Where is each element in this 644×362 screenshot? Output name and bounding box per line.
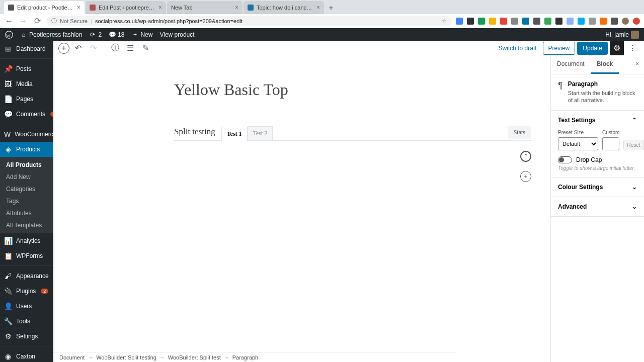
close-icon[interactable]: ×: [158, 4, 162, 11]
extension-icons: [456, 18, 640, 25]
breadcrumb-item[interactable]: WooBuilder: Split testing: [96, 354, 156, 360]
forward-button[interactable]: →: [18, 16, 28, 26]
tab-test-1[interactable]: Test 1: [221, 127, 248, 141]
ext-icon[interactable]: [600, 18, 607, 25]
settings-toggle-button[interactable]: ⚙: [610, 41, 624, 55]
brush-icon: 🖌: [4, 272, 12, 280]
browser-tab[interactable]: Edit Post ‹ pootlepress — Wo… ×: [86, 1, 166, 14]
redo-button[interactable]: ↷: [87, 42, 100, 55]
breadcrumb-item[interactable]: Document: [59, 354, 85, 360]
comments-link[interactable]: 💬18: [109, 31, 124, 38]
breadcrumb-item[interactable]: WooBuilder: Split test: [168, 354, 221, 360]
submenu-add-new[interactable]: Add New: [0, 171, 53, 183]
ext-icon[interactable]: [611, 18, 618, 25]
user-greeting[interactable]: Hi, jamie: [605, 31, 639, 39]
submenu-attributes[interactable]: Attributes: [0, 207, 53, 219]
new-tab-button[interactable]: +: [325, 2, 337, 14]
switch-to-draft-button[interactable]: Switch to draft: [495, 43, 541, 54]
submenu-tags[interactable]: Tags: [0, 195, 53, 207]
tab-document[interactable]: Document: [551, 55, 591, 74]
profile-avatar-icon[interactable]: [622, 18, 629, 25]
ext-icon[interactable]: [533, 18, 540, 25]
ext-icon[interactable]: [478, 18, 485, 25]
edit-button[interactable]: ✎: [139, 42, 152, 55]
ext-icon[interactable]: [555, 18, 562, 25]
ext-icon[interactable]: [522, 18, 529, 25]
ext-icon[interactable]: [589, 18, 596, 25]
user-avatar-icon: [631, 31, 639, 39]
post-title[interactable]: Yellow Basic Top: [174, 80, 550, 99]
submenu-all-templates[interactable]: All Templates: [0, 219, 53, 231]
menu-products[interactable]: ◈Products: [0, 142, 53, 157]
browser-tab[interactable]: Topic: how do i cancel a file u… ×: [244, 1, 324, 14]
drop-cap-toggle[interactable]: [558, 156, 572, 163]
outline-button[interactable]: ☰: [124, 42, 137, 55]
ext-icon[interactable]: [500, 18, 507, 25]
preview-button[interactable]: Preview: [543, 42, 576, 55]
menu-settings[interactable]: ⚙Settings: [0, 329, 53, 344]
breadcrumb-item[interactable]: Paragraph: [232, 354, 258, 360]
menu-dashboard[interactable]: ⊞Dashboard: [0, 41, 53, 56]
favicon-icon: [8, 5, 14, 11]
wp-logo-icon[interactable]: [5, 31, 13, 39]
ext-icon[interactable]: [544, 18, 551, 25]
more-options-button[interactable]: ⋮: [626, 42, 639, 55]
submenu-all-products[interactable]: All Products: [0, 159, 53, 171]
ext-icon[interactable]: [511, 18, 518, 25]
paragraph-icon: ¶: [558, 80, 563, 104]
wp-admin-bar: ⌂Pootlepress fashion ⟳2 💬18 +New View pr…: [0, 28, 644, 41]
editor-canvas[interactable]: Yellow Basic Top Split testing Test 1 Te…: [53, 55, 550, 362]
menu-appearance[interactable]: 🖌Appearance: [0, 268, 53, 284]
menu-caxton[interactable]: ◉Caxton: [0, 349, 53, 362]
menu-woocommerce[interactable]: WWooCommerce: [0, 127, 53, 142]
woo-icon: W: [4, 130, 11, 138]
ext-icon[interactable]: [578, 18, 585, 25]
reload-button[interactable]: ⟳: [32, 16, 42, 26]
address-bar[interactable]: ⓘ Not Secure | socialpress.co.uk/wp-admi…: [46, 16, 452, 26]
add-block-inline-button[interactable]: +: [520, 171, 531, 182]
close-icon[interactable]: ×: [235, 4, 238, 11]
users-icon: 👤: [4, 302, 12, 310]
menu-wpforms[interactable]: 📋WPForms: [0, 248, 53, 263]
preset-size-select[interactable]: Default: [558, 137, 598, 150]
info-button[interactable]: ⓘ: [109, 42, 122, 55]
undo-button[interactable]: ↶: [71, 42, 85, 55]
tab-test-2[interactable]: Test 2: [248, 126, 273, 140]
new-content-link[interactable]: +New: [131, 31, 152, 38]
view-product-link[interactable]: View product: [159, 31, 194, 38]
advanced-toggle[interactable]: Advanced ⌄: [551, 197, 644, 216]
menu-tools[interactable]: 🔧Tools: [0, 314, 53, 329]
menu-comments[interactable]: 💬Comments18: [0, 107, 53, 122]
custom-size-input[interactable]: [602, 137, 619, 150]
close-panel-button[interactable]: ×: [630, 55, 644, 74]
ext-icon[interactable]: [489, 18, 496, 25]
menu-users[interactable]: 👤Users: [0, 299, 53, 314]
block-options-button[interactable]: ⌃: [520, 151, 531, 162]
menu-plugins[interactable]: 🔌Plugins2: [0, 284, 53, 299]
menu-analytics[interactable]: 📊Analytics: [0, 233, 53, 248]
colour-settings-toggle[interactable]: Colour Settings ⌄: [551, 177, 644, 197]
star-icon[interactable]: ☆: [442, 18, 447, 24]
menu-posts[interactable]: 📌Posts: [0, 61, 53, 76]
site-name-link[interactable]: ⌂Pootlepress fashion: [20, 31, 82, 38]
menu-media[interactable]: 🖼Media: [0, 76, 53, 92]
browser-tab[interactable]: Edit product ‹ Pootlepress fas… ×: [4, 1, 85, 14]
ext-icon[interactable]: [456, 18, 463, 25]
ext-icon[interactable]: [567, 18, 574, 25]
updates-link[interactable]: ⟳2: [89, 31, 102, 38]
add-block-button[interactable]: +: [58, 43, 69, 54]
browser-tab[interactable]: New Tab ×: [167, 1, 243, 14]
stats-button[interactable]: Stats: [508, 126, 531, 139]
update-button[interactable]: Update: [577, 42, 608, 55]
text-settings-toggle[interactable]: Text Settings ⌃: [551, 111, 644, 130]
back-button[interactable]: ←: [4, 16, 14, 26]
menu-pages[interactable]: 📄Pages: [0, 92, 53, 107]
submenu-categories[interactable]: Categories: [0, 183, 53, 195]
tab-block[interactable]: Block: [591, 55, 619, 74]
ext-icon[interactable]: [467, 18, 474, 25]
close-icon[interactable]: ×: [316, 4, 320, 11]
reset-button[interactable]: Reset: [623, 140, 643, 150]
close-icon[interactable]: ×: [77, 4, 80, 11]
block-breadcrumb: Document → WooBuilder: Split testing → W…: [53, 352, 457, 362]
ext-icon[interactable]: [633, 18, 640, 25]
